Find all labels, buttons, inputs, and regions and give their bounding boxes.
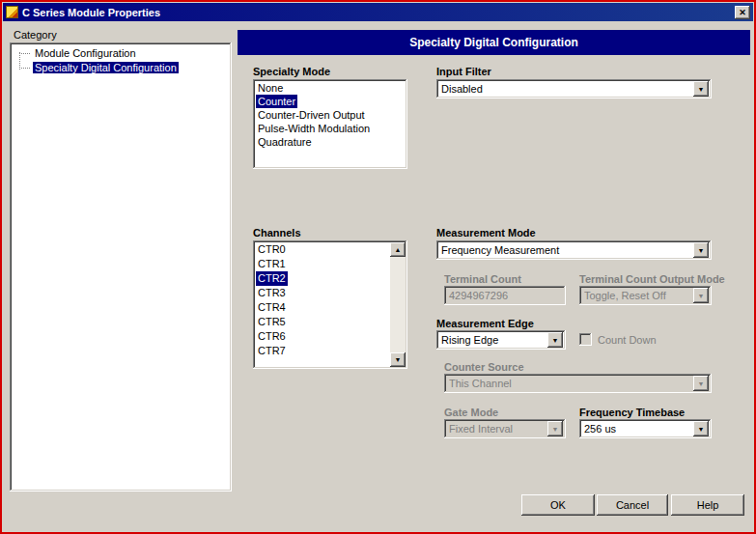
measurement-mode-dropdown[interactable]: Frequency Measurement ▼ — [436, 240, 712, 260]
dropdown-arrow-icon: ▼ — [552, 426, 559, 433]
dropdown-arrow-icon: ▼ — [698, 247, 705, 254]
frequency-timebase-dropdown[interactable]: 256 us ▼ — [579, 419, 712, 438]
gate-mode-dropdown-button: ▼ — [547, 421, 563, 436]
gate-mode-label: Gate Mode — [444, 407, 498, 418]
input-filter-dropdown[interactable]: Disabled ▼ — [436, 79, 712, 98]
input-filter-dropdown-button[interactable]: ▼ — [693, 81, 709, 97]
terminal-count-output-mode-label: Terminal Count Output Mode — [579, 273, 725, 285]
dropdown-arrow-icon: ▼ — [698, 426, 705, 433]
measurement-edge-value: Rising Edge — [441, 334, 547, 346]
dropdown-arrow-icon: ▼ — [552, 337, 559, 344]
terminal-count-output-mode-dropdown-button: ▼ — [693, 288, 709, 303]
measurement-mode-value: Frequency Measurement — [441, 244, 693, 256]
category-label: Category — [14, 29, 57, 41]
scroll-down-button[interactable]: ▼ — [390, 352, 406, 367]
titlebar[interactable]: C Series Module Properties ✕ — [3, 3, 753, 21]
channel-option[interactable]: CTR1 — [256, 257, 288, 271]
channel-option[interactable]: CTR5 — [256, 315, 288, 329]
channel-option[interactable]: CTR7 — [256, 344, 288, 358]
terminal-count-output-mode-value: Toggle, Reset Off — [584, 290, 693, 301]
category-tree: Module Configuration Specialty Digital C… — [10, 42, 232, 492]
page-title: Specialty Digital Configuration — [409, 36, 578, 49]
terminal-count-value: 4294967296 — [449, 290, 508, 301]
counter-source-value: This Channel — [449, 378, 693, 389]
scroll-down-icon: ▼ — [395, 356, 402, 363]
specialty-mode-option[interactable]: Counter — [256, 95, 297, 108]
channels-scrollbar[interactable]: ▲ ▼ — [390, 242, 406, 367]
dropdown-arrow-icon: ▼ — [698, 293, 705, 299]
input-filter-label: Input Filter — [436, 66, 491, 77]
tree-item-module-configuration[interactable]: Module Configuration — [12, 46, 230, 61]
cancel-button[interactable]: Cancel — [597, 494, 668, 516]
help-button[interactable]: Help — [671, 494, 744, 516]
terminal-count-field: 4294967296 — [444, 286, 566, 305]
specialty-mode-label: Specialty Mode — [253, 66, 330, 77]
channels-listbox: CTR0 CTR1 CTR2 CTR3 CTR4 CTR5 CTR6 CTR7 … — [253, 240, 407, 369]
gate-mode-dropdown: Fixed Interval ▼ — [444, 419, 566, 438]
measurement-mode-label: Measurement Mode — [436, 227, 536, 239]
close-button[interactable]: ✕ — [735, 6, 750, 19]
measurement-edge-dropdown-button[interactable]: ▼ — [547, 332, 563, 348]
channel-option[interactable]: CTR3 — [256, 286, 288, 300]
count-down-label: Count Down — [598, 334, 657, 346]
specialty-mode-listbox: None Counter Counter-Driven Output Pulse… — [253, 79, 407, 169]
specialty-mode-option[interactable]: None — [256, 81, 285, 95]
dialog-window: C Series Module Properties ✕ Category Mo… — [0, 0, 756, 534]
scroll-up-button[interactable]: ▲ — [390, 242, 406, 257]
app-icon — [6, 6, 18, 18]
measurement-mode-dropdown-button[interactable]: ▼ — [693, 242, 709, 258]
ok-button[interactable]: OK — [521, 494, 595, 516]
counter-source-label: Counter Source — [444, 361, 524, 373]
frequency-timebase-value: 256 us — [584, 423, 693, 435]
measurement-edge-label: Measurement Edge — [436, 318, 534, 329]
counter-source-dropdown-button: ▼ — [693, 376, 709, 391]
channel-option[interactable]: CTR6 — [256, 329, 288, 344]
terminal-count-label: Terminal Count — [444, 273, 521, 285]
specialty-mode-option[interactable]: Quadrature — [256, 135, 314, 149]
input-filter-value: Disabled — [441, 83, 693, 95]
measurement-edge-dropdown[interactable]: Rising Edge ▼ — [436, 330, 566, 350]
window-title: C Series Module Properties — [22, 7, 735, 18]
terminal-count-output-mode-dropdown: Toggle, Reset Off ▼ — [579, 286, 712, 305]
specialty-mode-option[interactable]: Pulse-Width Modulation — [256, 122, 372, 135]
frequency-timebase-dropdown-button[interactable]: ▼ — [693, 421, 709, 436]
channels-label: Channels — [253, 227, 301, 239]
dropdown-arrow-icon: ▼ — [698, 86, 705, 93]
tree-item-label: Specialty Digital Configuration — [33, 62, 179, 73]
channel-option[interactable]: CTR4 — [256, 300, 288, 315]
close-icon: ✕ — [739, 8, 746, 17]
frequency-timebase-label: Frequency Timebase — [579, 407, 685, 418]
tree-item-label: Module Configuration — [33, 47, 138, 59]
specialty-mode-option[interactable]: Counter-Driven Output — [256, 108, 367, 122]
dropdown-arrow-icon: ▼ — [698, 380, 705, 387]
channel-option[interactable]: CTR2 — [256, 271, 288, 286]
gate-mode-value: Fixed Interval — [449, 423, 547, 435]
counter-source-dropdown: This Channel ▼ — [444, 374, 712, 393]
page-header: Specialty Digital Configuration — [238, 30, 750, 55]
scroll-up-icon: ▲ — [395, 246, 402, 253]
count-down-checkbox — [579, 333, 592, 346]
tree-item-specialty-digital-configuration[interactable]: Specialty Digital Configuration — [12, 61, 230, 75]
channel-option[interactable]: CTR0 — [256, 242, 288, 257]
